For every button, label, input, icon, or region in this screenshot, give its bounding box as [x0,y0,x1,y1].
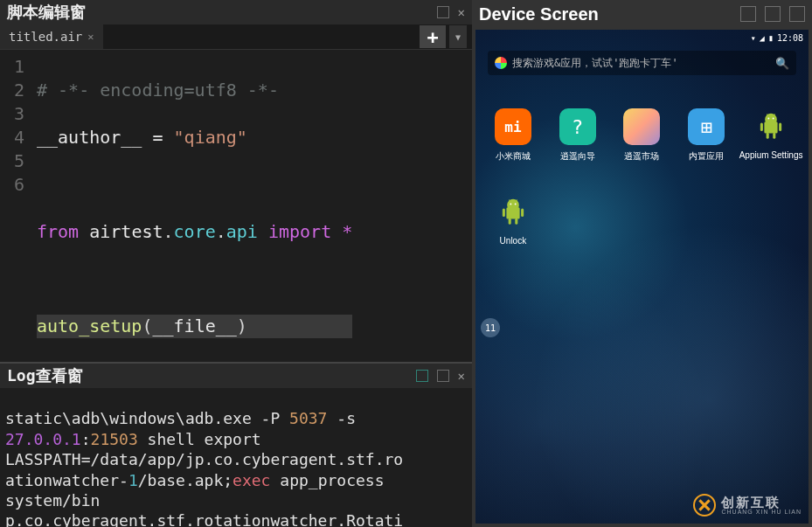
new-tab-button[interactable]: + [420,25,446,48]
signal-icon: ◢ [760,33,765,43]
wifi-icon: ▾ [751,33,756,43]
svg-point-16 [510,204,511,205]
editor-panel-title: 脚本编辑窗 [7,2,86,23]
log-panel-title: Log查看窗 [7,365,83,386]
svg-rect-4 [767,133,769,139]
app-icon [753,108,789,145]
filter-icon[interactable] [416,370,428,382]
close-icon[interactable]: ✕ [458,369,465,383]
search-icon[interactable]: 🔍 [775,57,789,70]
editor-panel-header: 脚本编辑窗 ✕ [0,0,472,24]
tab-file[interactable]: titled.air ✕ [0,24,103,49]
restore-icon[interactable] [437,6,449,18]
app-icon [623,108,660,145]
watermark: 创新互联 CHUANG XIN HU LIAN [693,494,802,517]
app-label: 小米商城 [496,150,531,163]
app-item[interactable]: Unlock [481,194,545,246]
app-icon: mi [495,108,531,145]
svg-point-11 [507,199,519,211]
code-content[interactable]: # -*- encoding=utf8 -*- __author__ = "qi… [31,50,352,362]
app-label: 逍遥市场 [624,150,659,163]
tab-close-icon[interactable]: ✕ [87,31,94,43]
app-item[interactable]: ⊞内置应用 [674,108,739,163]
svg-point-6 [767,118,769,120]
app-label: 逍遥向导 [560,150,595,163]
app-label: 内置应用 [689,150,724,163]
svg-point-7 [773,118,774,120]
device-panel-title: Device Screen [479,4,599,24]
device-panel-header: Device Screen [472,0,812,28]
device-screen[interactable]: ▾ ◢ ▮ 12:08 搜索游戏&应用，试试'跑跑卡丁车' 🔍 mi小米商城?逍… [475,30,809,524]
tools-icon[interactable] [765,6,781,22]
search-logo-icon [495,57,507,69]
svg-point-1 [765,114,777,126]
app-item[interactable]: mi小米商城 [481,108,545,163]
app-item[interactable]: Appium Settings [739,108,803,163]
svg-rect-15 [515,218,517,225]
log-panel-header: Log查看窗 ✕ [0,364,472,388]
log-output[interactable]: static\adb\windows\adb.exe -P 5037 -s 27… [0,388,472,527]
search-box[interactable]: 搜索游戏&应用，试试'跑跑卡丁车' 🔍 [488,51,796,75]
svg-rect-2 [760,122,763,131]
app-icon: ⊞ [688,108,725,145]
status-bar: ▾ ◢ ▮ 12:08 [746,30,809,45]
svg-rect-3 [779,122,781,131]
battery-icon: ▮ [768,33,774,43]
clock: 12:08 [777,33,803,43]
grid-icon[interactable] [740,6,756,22]
wallpaper [475,30,809,524]
search-placeholder: 搜索游戏&应用，试试'跑跑卡丁车' [512,56,678,71]
svg-rect-13 [521,208,524,217]
svg-rect-14 [509,218,511,225]
temperature-badge[interactable]: 11 [481,318,500,337]
app-item[interactable]: 逍遥市场 [610,108,675,163]
tab-label: titled.air [9,30,82,44]
svg-rect-12 [503,208,505,217]
app-icon [495,194,531,231]
app-label: Unlock [500,236,527,246]
app-icon: ? [559,108,596,145]
app-grid: mi小米商城?逍遥向导逍遥市场⊞内置应用Appium SettingsUnloc… [475,108,809,246]
close-icon[interactable]: ✕ [458,5,465,19]
watermark-logo-icon [693,494,716,517]
code-editor[interactable]: 1 2 3 4 5 6 # -*- encoding=utf8 -*- __au… [0,50,472,362]
tab-dropdown-icon[interactable]: ▼ [449,25,467,48]
svg-rect-5 [773,133,775,139]
svg-point-17 [515,204,517,205]
app-item[interactable]: ?逍遥向导 [545,108,610,163]
app-label: Appium Settings [739,150,803,160]
editor-tabs: titled.air ✕ + ▼ [0,24,472,50]
restore-icon[interactable] [437,370,449,382]
maximize-icon[interactable] [789,6,805,22]
line-gutter: 1 2 3 4 5 6 [0,50,31,362]
